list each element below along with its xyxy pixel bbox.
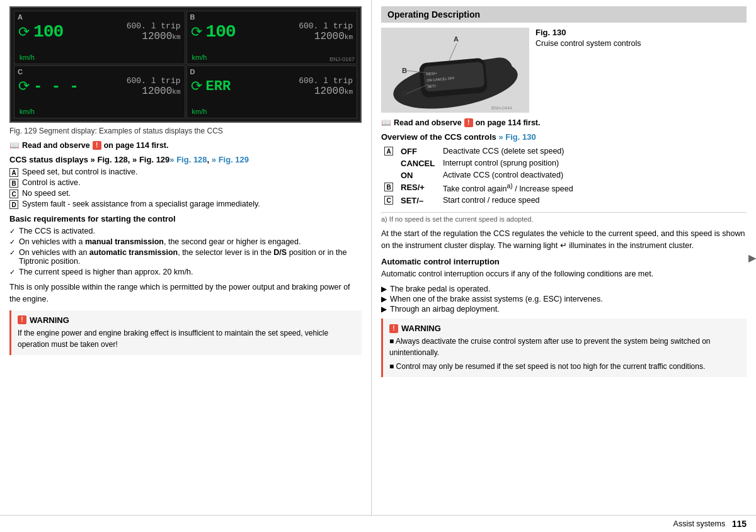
desc-set: Start control / reduce speed [441, 195, 745, 206]
check-1: ✓ [9, 227, 15, 235]
status-title: CCS status displays » Fig. 128, » Fig. 1… [9, 155, 362, 164]
note-text: This is only possible within the range w… [9, 281, 362, 305]
fig-130-title: Cruise control system controls [536, 39, 747, 48]
km-line-c: 12000km [142, 86, 180, 97]
warning-item-1: ■ Always deactivate the cruise control s… [389, 336, 740, 358]
arrow-2: ▶ [381, 295, 387, 303]
status-badge-d: D [9, 200, 18, 209]
km-line-b: 12000km [314, 31, 353, 42]
read-observe-text-left: Read and observe [22, 141, 90, 150]
control-row-cancel: CANCEL Interrupt control (sprung positio… [382, 158, 745, 169]
key-res: RES/+ [401, 183, 425, 192]
control-row-res: B RES/+ Take control againa) / Increase … [382, 182, 745, 194]
control-row-set: C SET/– Start control / reduce speed [382, 195, 745, 206]
right-panel: Operating Description [372, 0, 756, 515]
control-row-on: ON Activate CCS (control deactivated) [382, 170, 745, 181]
fig130-ref[interactable]: » Fig. 130 [498, 132, 536, 142]
cell-d: D ⟳ ERR 600. l trip 12000km km/h [186, 65, 358, 119]
status-list: A Speed set, but control is inactive. B … [9, 167, 362, 209]
desc-off: Deactivate CCS (delete set speed) [441, 146, 745, 157]
kmh-label-c: km/h [20, 108, 35, 115]
fig-129-caption: Fig. 129 Segment display: Examples of st… [9, 127, 362, 135]
warning-title-left: ! WARNING [18, 315, 355, 325]
footnote: a) If no speed is set the current speed … [381, 212, 747, 223]
req-text-2: On vehicles with a manual transmission, … [19, 237, 301, 246]
svg-text:B: B [402, 67, 407, 74]
req-text-3: On vehicles with an automatic transmissi… [19, 248, 362, 266]
speed-value-b: 100 [206, 22, 236, 42]
status-badge-a: A [9, 168, 18, 177]
check-3: ✓ [9, 249, 15, 257]
overview-title-text: Overview of the CCS controls [381, 132, 498, 142]
read-observe-text-right: Read and observe [394, 118, 462, 127]
svg-text:BNH-0444: BNH-0444 [491, 106, 512, 110]
footer-section: Assist systems [673, 519, 726, 528]
bullet-text-2: When one of the brake assist systems (e.… [390, 295, 603, 303]
book-icon-right: 📖 [381, 118, 391, 127]
left-panel: A ⟳ 100 600. l trip 12000km km/h B ⟳ 100 [0, 0, 372, 515]
warning-box-right: ! WARNING ■ Always deactivate the cruise… [381, 319, 747, 377]
warning-box-left: ! WARNING If the engine power and engine… [9, 310, 362, 355]
bullet-3: ▶ Through an airbag deployment. [381, 305, 747, 314]
status-text-d: System fault - seek assistance from a sp… [22, 200, 260, 208]
book-icon-left: 📖 [9, 140, 20, 150]
warning-icon-right: ! [464, 118, 473, 127]
key-off: OFF [401, 147, 417, 156]
fig129-ref[interactable]: » Fig. 129 [212, 155, 249, 164]
badge-a: A [384, 147, 393, 156]
fig-caption-right: Fig. 130 Cruise control system controls [536, 28, 747, 113]
basic-req-title: Basic requirements for starting the cont… [9, 214, 362, 224]
check-4: ✓ [9, 268, 15, 276]
km-line-a: 12000km [142, 31, 180, 42]
key-set: SET/– [401, 196, 423, 205]
badge-b: B [384, 183, 393, 191]
bullet-list: ▶ The brake pedal is operated. ▶ When on… [381, 285, 747, 314]
op-desc-header: Operating Description [381, 6, 747, 23]
fig128-ref[interactable]: » Fig. 128 [169, 155, 207, 164]
kmh-label-b: km/h [192, 54, 207, 61]
cell-b-label: B [190, 13, 195, 21]
speed-icon-d: ⟳ [191, 78, 202, 94]
bnj-code: BNJ-0167 [329, 56, 355, 62]
page-number: 115 [732, 519, 747, 529]
read-observe-page-left: on page 114 first. [104, 141, 169, 150]
bullet-text-3: Through an airbag deployment. [390, 305, 500, 314]
speed-value-a: 100 [33, 22, 63, 42]
req-item-1: ✓ The CCS is activated. [9, 227, 362, 235]
svg-text:A: A [454, 35, 459, 43]
trip-line-b: 600. l trip [299, 21, 353, 31]
control-row-a-off: A OFF Deactivate CCS (delete set speed) [382, 146, 745, 157]
desc-res: Take control againa) / Increase speed [441, 182, 745, 194]
fig-130-num: Fig. 130 [536, 28, 747, 37]
svg-text:C: C [402, 89, 407, 97]
warning-label-left: WARNING [30, 315, 69, 325]
cell-b: B ⟳ 100 600. l trip 12000km km/h BNJ-016… [186, 11, 358, 64]
kmh-label-d: km/h [192, 108, 207, 115]
desc-cancel: Interrupt control (sprung position) [441, 158, 745, 169]
kmh-label-a: km/h [20, 54, 35, 61]
warning-label-right: WARNING [401, 324, 441, 333]
cell-d-label: D [190, 68, 195, 76]
cruise-control-image: RES/+ ON CANCEL OFF SET/- A B C [381, 28, 529, 113]
overview-title: Overview of the CCS controls » Fig. 130 [381, 132, 747, 142]
status-item-c: C No speed set. [9, 189, 362, 198]
check-2: ✓ [9, 238, 15, 246]
bullet-text-1: The brake pedal is operated. [390, 285, 490, 293]
auto-control-title: Automatic control interruption [381, 257, 747, 266]
key-cancel: CANCEL [401, 159, 435, 168]
bullet-2: ▶ When one of the brake assist systems (… [381, 295, 747, 303]
req-item-2: ✓ On vehicles with a manual transmission… [9, 237, 362, 246]
read-observe-page-right: on page 114 first. [476, 118, 541, 127]
speed-icon-c: ⟳ [18, 78, 30, 94]
arrow-3: ▶ [381, 305, 387, 314]
auto-text: Automatic control interruption occurs if… [381, 268, 747, 280]
req-text-1: The CCS is activated. [19, 227, 95, 235]
scroll-indicator: ▶ [748, 252, 756, 264]
cell-c: C ⟳ - - - 600. l trip 12000km km/h [14, 65, 185, 119]
status-title-text: CCS status displays » Fig. 128, » Fig. 1… [9, 155, 169, 164]
desc-on: Activate CCS (control deactivated) [441, 170, 745, 181]
warning-icon-box-right: ! [389, 324, 398, 333]
trip-line-a: 600. l trip [127, 21, 181, 31]
speed-icon-b: ⟳ [191, 24, 202, 40]
status-text-b: Control is active. [22, 178, 80, 187]
